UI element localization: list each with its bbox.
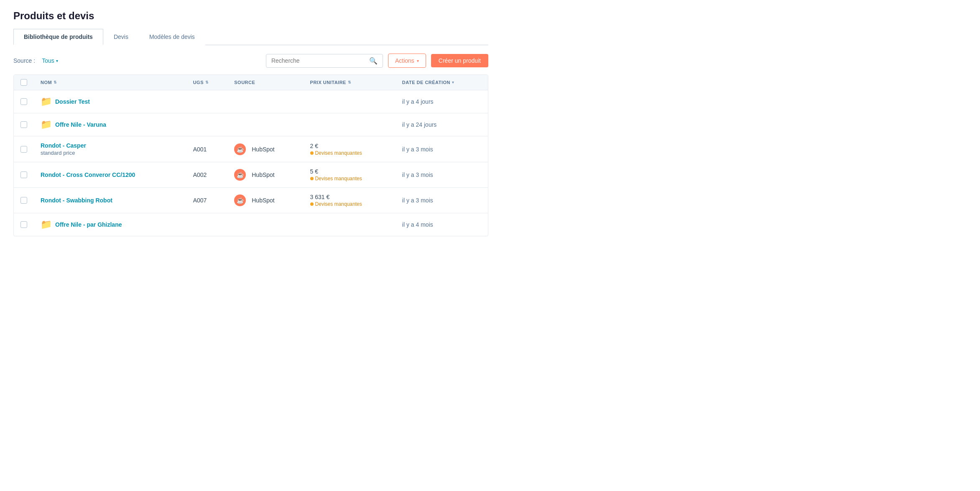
row-name-cell: 📁Dossier Test xyxy=(34,90,186,113)
table-row: 📁Offre Nile - Varunail y a 24 jours xyxy=(14,113,488,136)
devises-badge: Devises manquantes xyxy=(310,176,389,182)
row-checkbox-cell xyxy=(14,136,34,162)
product-name-link[interactable]: Offre Nile - Varuna xyxy=(55,121,106,128)
devises-badge: Devises manquantes xyxy=(310,201,389,207)
row-checkbox[interactable] xyxy=(20,146,27,153)
prix-sort-icon[interactable]: ⇅ xyxy=(348,80,352,84)
devises-dot-icon xyxy=(310,202,314,206)
row-date-cell: il y a 24 jours xyxy=(396,113,488,136)
ugs-sort-icon[interactable]: ⇅ xyxy=(205,80,209,84)
toolbar: Source : Tous ▾ 🔍 Actions ▾ Créer un pro… xyxy=(13,54,488,68)
source-filter-caret-icon: ▾ xyxy=(56,59,58,63)
col-nom: NOM ⇅ xyxy=(34,75,186,90)
search-box: 🔍 xyxy=(266,54,383,68)
row-date-cell: il y a 3 mois xyxy=(396,188,488,213)
create-product-button[interactable]: Créer un produit xyxy=(431,54,488,67)
price-value: 2 € xyxy=(310,143,389,149)
search-icon: 🔍 xyxy=(369,57,378,65)
products-table: NOM ⇅ UGS ⇅ SOURCE xyxy=(14,75,488,236)
row-prix-cell: 2 €Devises manquantes xyxy=(304,136,396,162)
row-prix-cell: 3 631 €Devises manquantes xyxy=(304,188,396,213)
table-row: 📁Dossier Testil y a 4 jours xyxy=(14,90,488,113)
row-source-cell xyxy=(227,213,303,236)
row-ugs-cell xyxy=(186,213,228,236)
folder-icon: 📁 xyxy=(41,119,52,130)
hubspot-icon: ☕ xyxy=(234,194,246,206)
table-row: 📁Offre Nile - par Ghizlaneil y a 4 mois xyxy=(14,213,488,236)
tab-modeles[interactable]: Modèles de devis xyxy=(139,29,205,45)
col-prix: PRIX UNITAIRE ⇅ xyxy=(304,75,396,90)
tab-bibliotheque[interactable]: Bibliothèque de produits xyxy=(13,29,103,45)
devises-label: Devises manquantes xyxy=(315,176,362,182)
devises-label: Devises manquantes xyxy=(315,150,362,156)
search-input[interactable] xyxy=(271,57,368,64)
row-checkbox-cell xyxy=(14,90,34,113)
price-value: 3 631 € xyxy=(310,194,389,200)
row-name-cell: 📁Offre Nile - par Ghizlane xyxy=(34,213,186,236)
tab-devis[interactable]: Devis xyxy=(103,29,139,45)
row-source-cell: ☕HubSpot xyxy=(227,136,303,162)
row-source-cell xyxy=(227,113,303,136)
folder-icon: 📁 xyxy=(41,96,52,107)
actions-button[interactable]: Actions ▾ xyxy=(388,54,426,68)
row-checkbox-cell xyxy=(14,188,34,213)
row-checkbox-cell xyxy=(14,113,34,136)
col-date: DATE DE CRÉATION ▾ xyxy=(396,75,488,90)
col-ugs: UGS ⇅ xyxy=(186,75,228,90)
products-table-container: NOM ⇅ UGS ⇅ SOURCE xyxy=(13,74,488,236)
nom-sort-icon[interactable]: ⇅ xyxy=(54,80,57,84)
source-filter-dropdown[interactable]: Tous ▾ xyxy=(42,57,58,64)
header-checkbox-cell xyxy=(14,75,34,90)
devises-dot-icon xyxy=(310,151,314,155)
select-all-checkbox[interactable] xyxy=(20,79,27,86)
row-checkbox[interactable] xyxy=(20,171,27,178)
hubspot-icon: ☕ xyxy=(234,169,246,181)
row-ugs-cell xyxy=(186,113,228,136)
product-name-link[interactable]: Rondot - Casper xyxy=(41,142,86,149)
row-prix-cell: 5 €Devises manquantes xyxy=(304,162,396,188)
table-row: Rondot - Swabbing RobotA007☕HubSpot3 631… xyxy=(14,188,488,213)
row-ugs-cell: A001 xyxy=(186,136,228,162)
hubspot-icon: ☕ xyxy=(234,143,246,155)
tabs-container: Bibliothèque de produits Devis Modèles d… xyxy=(13,28,488,45)
row-ugs-cell: A007 xyxy=(186,188,228,213)
product-name-link[interactable]: Rondot - Cross Converor CC/1200 xyxy=(41,171,135,178)
row-date-cell: il y a 3 mois xyxy=(396,136,488,162)
product-name-link[interactable]: Dossier Test xyxy=(55,98,90,105)
row-ugs-cell: A002 xyxy=(186,162,228,188)
price-value: 5 € xyxy=(310,168,389,175)
table-header-row: NOM ⇅ UGS ⇅ SOURCE xyxy=(14,75,488,90)
row-checkbox[interactable] xyxy=(20,221,27,228)
row-name-cell: Rondot - Swabbing Robot xyxy=(34,188,186,213)
page-title: Produits et devis xyxy=(13,10,488,22)
row-checkbox[interactable] xyxy=(20,121,27,128)
devises-label: Devises manquantes xyxy=(315,201,362,207)
row-prix-cell xyxy=(304,213,396,236)
date-sort-icon[interactable]: ▾ xyxy=(452,80,454,84)
row-checkbox-cell xyxy=(14,213,34,236)
row-ugs-cell xyxy=(186,90,228,113)
row-source-cell: ☕HubSpot xyxy=(227,162,303,188)
row-source-cell: ☕HubSpot xyxy=(227,188,303,213)
devises-badge: Devises manquantes xyxy=(310,150,389,156)
product-name-link[interactable]: Rondot - Swabbing Robot xyxy=(41,197,112,204)
devises-dot-icon xyxy=(310,177,314,180)
row-checkbox-cell xyxy=(14,162,34,188)
row-name-cell: Rondot - Casperstandard price xyxy=(34,136,186,162)
col-source: SOURCE xyxy=(227,75,303,90)
row-prix-cell xyxy=(304,90,396,113)
row-source-cell xyxy=(227,90,303,113)
row-name-cell: Rondot - Cross Converor CC/1200 xyxy=(34,162,186,188)
actions-caret-icon: ▾ xyxy=(417,59,419,63)
table-row: Rondot - Casperstandard priceA001☕HubSpo… xyxy=(14,136,488,162)
table-row: Rondot - Cross Converor CC/1200A002☕HubS… xyxy=(14,162,488,188)
row-checkbox[interactable] xyxy=(20,98,27,105)
row-date-cell: il y a 3 mois xyxy=(396,162,488,188)
product-name-link[interactable]: Offre Nile - par Ghizlane xyxy=(55,221,122,228)
source-name: HubSpot xyxy=(252,197,274,204)
product-sub-label: standard price xyxy=(41,150,86,156)
folder-icon: 📁 xyxy=(41,219,52,230)
row-checkbox[interactable] xyxy=(20,197,27,204)
row-name-cell: 📁Offre Nile - Varuna xyxy=(34,113,186,136)
row-date-cell: il y a 4 jours xyxy=(396,90,488,113)
